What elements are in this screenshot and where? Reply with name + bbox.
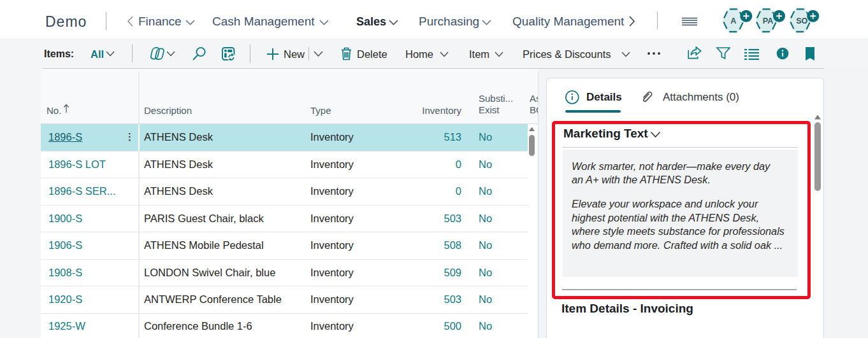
svg-text:SO: SO: [796, 17, 807, 25]
svg-text:PA: PA: [763, 17, 773, 25]
svg-text:A: A: [730, 17, 736, 25]
